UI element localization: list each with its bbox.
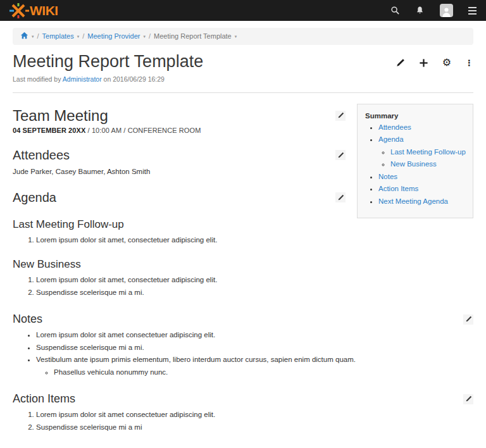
new-business-list: Lorem ipsum dolor sit amet, consectetuer… bbox=[13, 275, 473, 297]
more-actions-button[interactable]: ⋮ bbox=[465, 59, 473, 67]
bell-icon bbox=[415, 6, 425, 15]
summary-link-attendees[interactable]: Attendees bbox=[378, 123, 411, 131]
page-header: Meeting Report Template ⚙ ⋮ Last modifi bbox=[0, 45, 486, 83]
doc-title: Team Meeting bbox=[13, 107, 108, 125]
pencil-icon bbox=[465, 316, 472, 323]
pencil-icon bbox=[465, 395, 472, 402]
modified-suffix: on 2016/06/29 16:29 bbox=[104, 75, 165, 83]
action-items-heading: Action Items bbox=[13, 392, 473, 406]
list-item: Phasellus vehicula nonummy nunc. bbox=[54, 368, 473, 378]
summary-link-new-business[interactable]: New Business bbox=[390, 160, 437, 168]
drawer-menu-button[interactable] bbox=[468, 7, 477, 15]
search-icon bbox=[390, 6, 400, 15]
edit-section-button[interactable] bbox=[335, 111, 346, 121]
summary-link-notes[interactable]: Notes bbox=[378, 173, 397, 180]
xwiki-logo[interactable]: WIKI bbox=[9, 3, 58, 19]
breadcrumb: ▾ / Templates ▾ / Meeting Provider ▾ / M… bbox=[13, 28, 473, 45]
pencil-icon bbox=[337, 194, 344, 201]
navbar-icons bbox=[390, 4, 477, 17]
create-button[interactable] bbox=[419, 58, 428, 68]
last-modified-line: Last modified by Administrator on 2016/0… bbox=[13, 75, 473, 83]
breadcrumb-caret[interactable]: ▾ bbox=[143, 32, 146, 40]
agenda-heading: Agenda bbox=[13, 190, 346, 205]
breadcrumb-separator: / bbox=[37, 32, 39, 40]
breadcrumb-caret[interactable]: ▾ bbox=[235, 32, 237, 40]
summary-link-last-meeting-follow-up[interactable]: Last Meeting Follow-up bbox=[390, 148, 466, 156]
person-icon bbox=[441, 6, 452, 17]
plus-icon bbox=[419, 58, 428, 68]
gear-icon: ⚙ bbox=[442, 58, 451, 68]
drawer-menu-icon bbox=[468, 7, 477, 8]
modified-prefix: Last modified by bbox=[13, 75, 61, 83]
brand-text: WIKI bbox=[30, 4, 58, 17]
last-meeting-follow-up-heading: Last Meeting Follow-up bbox=[13, 218, 346, 231]
action-items-list: Lorem ipsum dolor sit amet consectetuer … bbox=[13, 410, 473, 432]
notifications-button[interactable] bbox=[415, 6, 425, 15]
notes-heading: Notes bbox=[13, 313, 473, 326]
top-navbar: WIKI bbox=[0, 0, 486, 21]
summary-item: Attendees bbox=[378, 123, 466, 133]
edit-section-button[interactable] bbox=[335, 150, 346, 160]
last-meeting-list: Lorem ipsum dolor sit amet, consectetuer… bbox=[13, 235, 473, 246]
breadcrumb-separator: / bbox=[149, 32, 151, 40]
meeting-time-location: / 10:00 AM / CONFERENCE ROOM bbox=[85, 127, 201, 134]
edit-section-button[interactable] bbox=[335, 192, 346, 202]
summary-title: Summary bbox=[365, 112, 466, 120]
document-content: Summary Attendees Agenda Last Meeting Fo… bbox=[0, 93, 486, 448]
list-item: Suspendisse scelerisque mi a mi. bbox=[36, 343, 473, 353]
summary-item: Next Meeting Agenda bbox=[378, 197, 466, 207]
summary-link-next-meeting-agenda[interactable]: Next Meeting Agenda bbox=[378, 197, 448, 205]
summary-panel: Summary Attendees Agenda Last Meeting Fo… bbox=[357, 104, 473, 219]
page-title: Meeting Report Template bbox=[13, 53, 203, 72]
page-actions: ⚙ ⋮ bbox=[396, 58, 473, 68]
breadcrumb-item-meeting-provider[interactable]: Meeting Provider bbox=[87, 32, 140, 40]
breadcrumb-home-link[interactable] bbox=[20, 32, 28, 41]
list-item: Lorem ipsum dolor sit amet, consectetuer… bbox=[36, 235, 473, 246]
home-icon bbox=[20, 32, 28, 39]
breadcrumb-caret[interactable]: ▾ bbox=[77, 32, 80, 40]
edit-section-button[interactable] bbox=[463, 394, 473, 404]
pencil-icon bbox=[337, 152, 344, 159]
edit-section-button[interactable] bbox=[463, 314, 473, 325]
kebab-menu-icon: ⋮ bbox=[465, 59, 473, 67]
xwiki-asterisk-icon bbox=[9, 3, 29, 19]
summary-item: Action Items bbox=[378, 184, 466, 194]
breadcrumb-separator: / bbox=[82, 32, 84, 40]
summary-link-agenda[interactable]: Agenda bbox=[378, 135, 404, 143]
breadcrumb-item-templates[interactable]: Templates bbox=[42, 32, 74, 40]
summary-item: New Business bbox=[390, 159, 466, 170]
notes-sublist: Phasellus vehicula nonummy nunc. bbox=[36, 368, 473, 378]
summary-item: Agenda Last Meeting Follow-up New Busine… bbox=[378, 135, 466, 170]
modified-user-link[interactable]: Administrator bbox=[63, 75, 102, 83]
summary-sublist: Last Meeting Follow-up New Business bbox=[378, 147, 466, 170]
list-item: Vestibulum ante ipsum primis elementum, … bbox=[36, 355, 473, 377]
notes-list: Lorem ipsum dolor sit amet consectetuer … bbox=[13, 330, 473, 377]
pencil-icon bbox=[337, 112, 344, 119]
settings-button[interactable]: ⚙ bbox=[442, 58, 451, 68]
list-item: Lorem ipsum dolor sit amet consectetuer … bbox=[36, 410, 473, 420]
list-item: Lorem ipsum dolor sit amet, consectetuer… bbox=[36, 275, 473, 285]
user-menu-button[interactable] bbox=[440, 4, 453, 17]
user-avatar bbox=[440, 4, 453, 17]
summary-link-action-items[interactable]: Action Items bbox=[378, 185, 418, 192]
list-item: Lorem ipsum dolor sit amet consectetuer … bbox=[36, 330, 473, 340]
pencil-icon bbox=[396, 58, 405, 68]
list-item: Suspendisse scelerisque mi a mi. bbox=[36, 288, 473, 298]
breadcrumb-home-caret[interactable]: ▾ bbox=[32, 32, 34, 40]
list-item: Suspendisse scelerisque mi a mi bbox=[36, 423, 473, 433]
meeting-date: 04 SEPTEMBER 20XX bbox=[13, 127, 85, 134]
search-button[interactable] bbox=[390, 6, 400, 15]
attendees-heading: Attendees bbox=[13, 148, 346, 163]
doc-title-heading: Team Meeting bbox=[13, 107, 346, 125]
breadcrumb-item-current: Meeting Report Template bbox=[154, 32, 232, 40]
summary-item: Last Meeting Follow-up bbox=[390, 147, 466, 158]
summary-item: Notes bbox=[378, 172, 466, 182]
new-business-heading: New Business bbox=[13, 258, 473, 271]
edit-button[interactable] bbox=[396, 58, 405, 68]
summary-list: Attendees Agenda Last Meeting Follow-up … bbox=[365, 123, 466, 207]
